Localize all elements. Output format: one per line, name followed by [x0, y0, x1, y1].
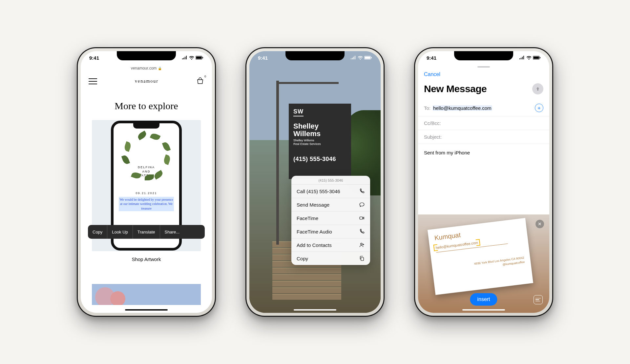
status-icons [519, 56, 541, 60]
svg-rect-8 [361, 257, 364, 261]
cart-icon [196, 77, 204, 85]
phone-mail-compose: 9:41 Cancel New Message To: hello@kumqua… [414, 47, 553, 317]
copy-action[interactable]: Copy [88, 225, 107, 239]
close-scan-button[interactable]: ✕ [536, 220, 544, 228]
product-caption[interactable]: Shop Artwork [81, 256, 212, 262]
address-bar[interactable]: venamour.com 🔒 [81, 64, 212, 72]
home-indicator[interactable] [125, 309, 168, 311]
cellular-icon [519, 56, 525, 60]
cellular-icon [350, 56, 356, 60]
cart-button[interactable]: 0 [196, 77, 204, 85]
sign-pole [276, 81, 279, 245]
sign-name: ShelleyWillems [293, 122, 346, 137]
status-icons [350, 56, 372, 60]
sheet-grabber[interactable] [477, 66, 490, 68]
ccbcc-label: Cc/Bcc: [424, 120, 441, 126]
cellular-icon [182, 56, 188, 60]
sign-arm [276, 82, 339, 84]
copy-icon [359, 255, 365, 261]
to-field[interactable]: To: hello@kumquatcoffee.com + [418, 100, 549, 116]
home-indicator[interactable] [294, 309, 336, 311]
notch [285, 51, 345, 60]
text-selection-menu: Copy Look Up Translate Share... [88, 225, 205, 239]
ctx-facetime-audio[interactable]: FaceTime Audio [291, 225, 370, 238]
compose-title: New Message [424, 83, 487, 94]
svg-rect-10 [534, 57, 539, 59]
camera-scan-panel: ✕ Kumquat hello@kumquatcoffee.com 4936 Y… [418, 214, 549, 313]
video-icon [359, 215, 365, 221]
ctx-call[interactable]: Call (415) 555-3046 [291, 185, 370, 198]
ccbcc-field[interactable]: Cc/Bcc: [418, 116, 549, 130]
phone-camera-livetext: SW ShelleyWillems Shelley WillemsReal Es… [245, 47, 385, 317]
svg-rect-11 [540, 57, 540, 58]
svg-rect-2 [202, 57, 203, 58]
add-recipient-button[interactable]: + [535, 104, 543, 112]
compose-fields: To: hello@kumquatcoffee.com + Cc/Bcc: Su… [418, 100, 549, 161]
arrow-up-icon [535, 86, 540, 91]
to-value: hello@kumquatcoffee.com [432, 105, 492, 111]
svg-rect-1 [196, 57, 202, 59]
cart-badge: 0 [204, 75, 206, 78]
svg-rect-6 [360, 217, 363, 219]
sign-phone[interactable]: (415) 555-3046 [293, 156, 346, 163]
real-estate-sign: SW ShelleyWillems Shelley WillemsReal Es… [289, 104, 351, 179]
home-indicator[interactable] [462, 309, 505, 311]
add-contact-icon [359, 242, 365, 248]
wreath-illustration [122, 131, 171, 180]
selected-text[interactable]: We would be delighted by your presence a… [119, 197, 174, 212]
to-label: To: [424, 105, 430, 111]
next-card-peek[interactable] [92, 284, 201, 305]
battery-icon [364, 56, 372, 60]
notch [454, 51, 513, 60]
wifi-icon [189, 56, 194, 60]
share-action[interactable]: Share... [160, 225, 184, 239]
url-text: venamour.com [131, 66, 157, 71]
lock-icon: 🔒 [158, 67, 162, 70]
message-body[interactable]: Sent from my iPhone [418, 144, 549, 161]
ctx-copy[interactable]: Copy [291, 252, 370, 265]
sign-logo: SW [293, 108, 304, 116]
status-icons [182, 56, 203, 60]
message-icon [359, 202, 365, 208]
status-time: 9:41 [89, 55, 99, 61]
ctx-facetime[interactable]: FaceTime [291, 212, 370, 225]
subject-label: Subject: [424, 134, 442, 140]
phone-context-menu: (415) 555-3046 Call (415) 555-3046 Send … [291, 176, 370, 265]
phone-safari: 9:41 venamour.com 🔒 venamour 0 More to e… [77, 47, 216, 317]
card-address: 4936 York Blvd Los Angeles CA 90042 @kum… [438, 256, 525, 274]
svg-rect-4 [365, 57, 370, 59]
notch [117, 51, 176, 60]
subject-field[interactable]: Subject: [418, 130, 549, 144]
send-button[interactable] [532, 83, 543, 94]
brand-logo[interactable]: venamour [135, 79, 158, 84]
ctx-title: (415) 555-3046 [291, 176, 370, 185]
battery-icon [196, 56, 203, 60]
live-text-icon[interactable] [534, 295, 543, 304]
battery-icon [533, 56, 541, 60]
phone-icon [359, 188, 365, 194]
scanned-business-card: Kumquat hello@kumquatcoffee.com 4936 Yor… [428, 218, 533, 295]
translate-action[interactable]: Translate [133, 225, 160, 239]
signature: Sent from my iPhone [424, 150, 543, 155]
ctx-message[interactable]: Send Message [291, 198, 370, 212]
invitation-date: 09.21.2021 [114, 192, 179, 195]
cancel-button[interactable]: Cancel [424, 71, 440, 77]
status-time: 9:41 [427, 55, 436, 61]
card-email: hello@kumquatcoffee.com [435, 241, 478, 250]
menu-button[interactable] [89, 78, 97, 84]
svg-rect-5 [371, 57, 372, 58]
phone-icon [359, 229, 365, 234]
hero-heading: More to explore [81, 100, 212, 111]
lookup-action[interactable]: Look Up [107, 225, 133, 239]
sign-subtext: Shelley WillemsReal Estate Services [293, 139, 346, 146]
status-time: 9:41 [258, 55, 268, 61]
ctx-add-contact[interactable]: Add to Contacts [291, 238, 370, 252]
insert-button[interactable]: insert [470, 293, 497, 306]
wifi-icon [358, 56, 363, 60]
wifi-icon [526, 56, 532, 60]
site-header: venamour 0 [81, 72, 212, 91]
svg-point-7 [361, 243, 362, 245]
